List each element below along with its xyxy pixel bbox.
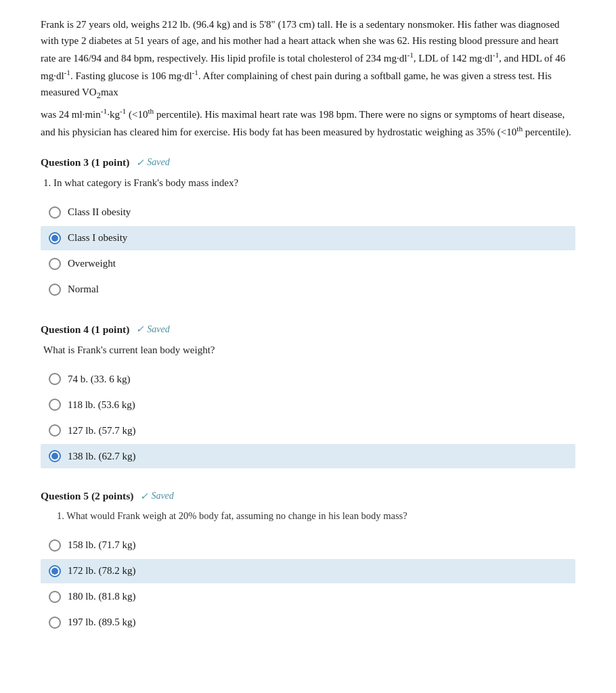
- option-q4-d[interactable]: 138 lb. (62.7 kg): [41, 444, 575, 468]
- passage-text: Frank is 27 years old, weighs 212 lb. (9…: [41, 16, 575, 140]
- question-4-block: Question 4 (1 point) ✓ Saved What is Fra…: [41, 323, 575, 469]
- option-q3-a-text: Class II obesity: [68, 206, 131, 218]
- passage-paragraph-1: Frank is 27 years old, weighs 212 lb. (9…: [41, 16, 575, 102]
- question-3-points: (1 point): [91, 156, 129, 168]
- passage-paragraph-2: was 24 ml·min-1·kg-1 (<10th percentile).…: [41, 105, 575, 140]
- question-5-points: (2 points): [91, 490, 133, 501]
- option-q5-b[interactable]: 172 lb. (78.2 kg): [41, 559, 575, 583]
- radio-q4-b[interactable]: [49, 399, 61, 411]
- radio-q3-b[interactable]: [49, 232, 61, 244]
- question-5-number: Question 5: [41, 490, 89, 501]
- option-q3-d-text: Normal: [68, 284, 99, 295]
- radio-q3-d[interactable]: [49, 284, 61, 296]
- question-3-header: Question 3 (1 point) ✓ Saved: [41, 156, 575, 169]
- radio-q4-a[interactable]: [49, 373, 61, 385]
- question-4-header: Question 4 (1 point) ✓ Saved: [41, 323, 575, 336]
- radio-q4-d-inner: [51, 453, 58, 460]
- option-q5-a-text: 158 lb. (71.7 kg): [68, 539, 135, 551]
- question-5-header: Question 5 (2 points) ✓ Saved: [41, 490, 575, 502]
- radio-q3-a[interactable]: [49, 206, 61, 219]
- radio-q5-d[interactable]: [49, 617, 61, 629]
- question-3-number: Question 3: [41, 156, 89, 168]
- question-3-options: Class II obesity Class I obesity Overwei…: [41, 200, 575, 302]
- question-4-saved: ✓ Saved: [136, 323, 169, 335]
- option-q5-c-text: 180 lb. (81.8 kg): [68, 591, 135, 602]
- question-3-title: Question 3 (1 point): [41, 156, 129, 169]
- option-q5-d-text: 197 lb. (89.5 kg): [68, 617, 135, 628]
- radio-q4-d[interactable]: [49, 450, 61, 462]
- option-q3-b[interactable]: Class I obesity: [41, 226, 575, 250]
- option-q5-d[interactable]: 197 lb. (89.5 kg): [41, 610, 575, 635]
- option-q3-c-text: Overweight: [68, 258, 116, 269]
- question-4-saved-label: Saved: [147, 324, 169, 335]
- option-q3-a[interactable]: Class II obesity: [41, 200, 575, 225]
- question-3-saved-label: Saved: [147, 157, 169, 168]
- option-q3-c[interactable]: Overweight: [41, 252, 575, 276]
- option-q4-a-text: 74 b. (33. 6 kg): [68, 374, 131, 385]
- radio-q3-b-inner: [51, 235, 58, 242]
- question-3-saved: ✓ Saved: [136, 157, 169, 169]
- checkmark-icon-5: ✓: [140, 491, 148, 502]
- question-4-options: 74 b. (33. 6 kg) 118 lb. (53.6 kg) 127 l…: [41, 367, 575, 468]
- option-q5-a[interactable]: 158 lb. (71.7 kg): [41, 533, 575, 558]
- question-3-block: Question 3 (1 point) ✓ Saved 1. In what …: [41, 156, 575, 302]
- radio-q5-c[interactable]: [49, 591, 61, 603]
- option-q5-c[interactable]: 180 lb. (81.8 kg): [41, 585, 575, 609]
- question-5-saved: ✓ Saved: [140, 491, 173, 502]
- question-5-saved-label: Saved: [151, 491, 173, 501]
- question-4-number: Question 4: [41, 323, 89, 335]
- option-q4-b[interactable]: 118 lb. (53.6 kg): [41, 393, 575, 417]
- radio-q5-a[interactable]: [49, 539, 61, 552]
- radio-q3-c[interactable]: [49, 258, 61, 270]
- question-5-block: Question 5 (2 points) ✓ Saved 1. What wo…: [41, 490, 575, 635]
- option-q3-b-text: Class I obesity: [68, 232, 127, 244]
- question-4-points: (1 point): [91, 323, 129, 335]
- option-q4-c[interactable]: 127 lb. (57.7 kg): [41, 418, 575, 443]
- question-4-title: Question 4 (1 point): [41, 323, 129, 336]
- checkmark-icon-4: ✓: [136, 323, 144, 335]
- checkmark-icon: ✓: [136, 157, 144, 169]
- question-5-title: Question 5 (2 points): [41, 490, 133, 502]
- radio-q5-b-inner: [51, 568, 58, 575]
- option-q5-b-text: 172 lb. (78.2 kg): [68, 565, 135, 577]
- question-4-text: What is Frank's current lean body weight…: [43, 342, 575, 358]
- option-q3-d[interactable]: Normal: [41, 277, 575, 302]
- option-q4-b-text: 118 lb. (53.6 kg): [68, 399, 135, 411]
- question-5-options: 158 lb. (71.7 kg) 172 lb. (78.2 kg) 180 …: [41, 533, 575, 635]
- option-q4-c-text: 127 lb. (57.7 kg): [68, 425, 135, 437]
- option-q4-a[interactable]: 74 b. (33. 6 kg): [41, 367, 575, 391]
- question-3-text: 1. In what category is Frank's body mass…: [43, 175, 575, 191]
- radio-q4-c[interactable]: [49, 424, 61, 437]
- radio-q5-b[interactable]: [49, 565, 61, 577]
- option-q4-d-text: 138 lb. (62.7 kg): [68, 451, 135, 462]
- question-5-sub-text: 1. What would Frank weigh at 20% body fa…: [57, 509, 575, 524]
